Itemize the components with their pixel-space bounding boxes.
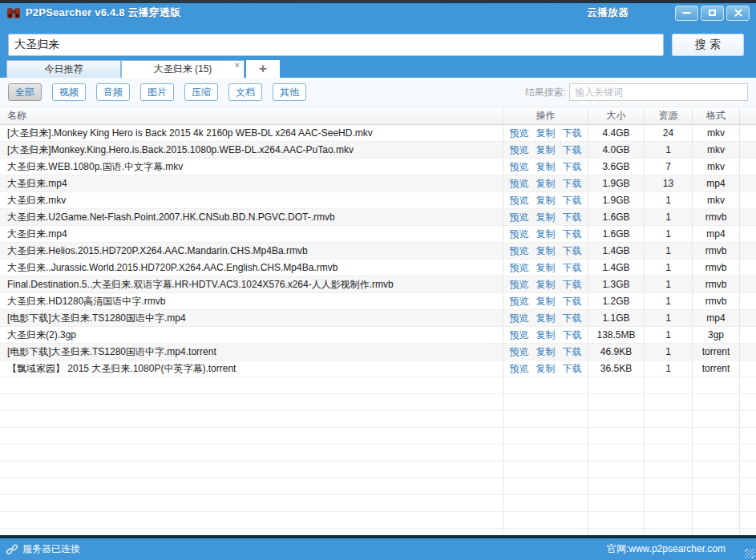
tab-today-recommend[interactable]: 今日推荐: [6, 60, 121, 78]
table-row[interactable]: 大圣归来.mp4 预览 复制 下载 1.6GB 1 mp4: [0, 226, 756, 243]
table-row[interactable]: Final.Destination.5..大圣归来.双语字幕.HR-HDTV.A…: [0, 276, 756, 293]
preview-link[interactable]: 预览: [510, 345, 529, 359]
table-row[interactable]: [大圣归来].Monkey King Hero is Back 2015 4k …: [0, 125, 756, 142]
copy-link[interactable]: 复制: [536, 278, 556, 292]
copy-link[interactable]: 复制: [536, 312, 556, 325]
copy-link[interactable]: 复制: [536, 345, 556, 359]
copy-link[interactable]: 复制: [536, 127, 556, 140]
table-row[interactable]: 大圣归来.Helios.2015.HD720P.X264.AAC.Mandari…: [0, 243, 756, 260]
download-link[interactable]: 下载: [563, 244, 582, 258]
download-link[interactable]: 下载: [563, 312, 582, 325]
preview-link[interactable]: 预览: [510, 362, 529, 376]
row-actions: 预览 复制 下载: [503, 226, 588, 242]
file-name: 大圣归来.HD1280高清国语中字.rmvb: [0, 293, 503, 309]
download-link[interactable]: 下载: [563, 362, 582, 376]
preview-link[interactable]: 预览: [510, 211, 529, 224]
column-header-size[interactable]: 大小: [588, 107, 644, 124]
row-actions: [503, 377, 588, 393]
copy-link[interactable]: 复制: [536, 177, 556, 191]
row-actions: 预览 复制 下载: [503, 175, 588, 191]
search-button[interactable]: 搜 索: [672, 34, 744, 56]
copy-link[interactable]: 复制: [536, 194, 556, 207]
resize-grip[interactable]: [745, 549, 754, 558]
preview-link[interactable]: 预览: [510, 228, 529, 241]
column-header-name[interactable]: 名称: [0, 107, 503, 124]
preview-link[interactable]: 预览: [510, 244, 529, 258]
result-search-input[interactable]: [569, 83, 748, 101]
download-link[interactable]: 下载: [563, 278, 582, 292]
row-actions: [503, 461, 588, 477]
file-name: [0, 377, 503, 393]
copy-link[interactable]: 复制: [536, 295, 556, 308]
preview-link[interactable]: 预览: [510, 295, 529, 308]
download-link[interactable]: 下载: [563, 177, 582, 191]
download-link[interactable]: 下载: [563, 295, 582, 308]
table-row[interactable]: 大圣归来.HD1280高清国语中字.rmvb 预览 复制 下载 1.2GB 1 …: [0, 293, 756, 310]
row-actions: 预览 复制 下载: [503, 310, 588, 326]
filter-archive-button[interactable]: 压缩: [184, 83, 218, 101]
preview-link[interactable]: 预览: [510, 278, 529, 292]
download-link[interactable]: 下载: [563, 143, 582, 157]
minimize-button[interactable]: [675, 6, 698, 21]
file-seeds: 1: [644, 361, 692, 377]
download-link[interactable]: 下载: [563, 345, 582, 359]
table-row[interactable]: [电影下载]大圣归来.TS1280国语中字.mp4.torrent 预览 复制 …: [0, 344, 756, 361]
table-row[interactable]: 【飘域家园】 2015 大圣归来.1080P(中英字幕).torrent 预览 …: [0, 361, 756, 377]
row-extra: [739, 445, 756, 461]
table-row[interactable]: 大圣归来.mkv 预览 复制 下载 1.9GB 1 mkv: [0, 192, 756, 209]
column-header-seeds[interactable]: 资源: [644, 107, 692, 124]
preview-link[interactable]: 预览: [510, 194, 529, 207]
download-link[interactable]: 下载: [563, 261, 582, 275]
copy-link[interactable]: 复制: [536, 362, 556, 376]
preview-link[interactable]: 预览: [510, 160, 529, 174]
download-link[interactable]: 下载: [563, 194, 582, 207]
table-row[interactable]: 大圣归来.mp4 预览 复制 下载 1.9GB 13 mp4: [0, 175, 756, 192]
table-row[interactable]: 大圣归来.U2Game.Net-Flash.Point.2007.HK.CNSu…: [0, 209, 756, 226]
download-link[interactable]: 下载: [563, 160, 582, 174]
copy-link[interactable]: 复制: [536, 211, 556, 224]
table-row[interactable]: [电影下载]大圣归来.TS1280国语中字.mp4 预览 复制 下载 1.1GB…: [0, 310, 756, 327]
copy-link[interactable]: 复制: [536, 244, 556, 258]
file-format: rmvb: [692, 209, 739, 225]
table-row[interactable]: 大圣归来(2).3gp 预览 复制 下载 138.5MB 1 3gp: [0, 327, 756, 344]
close-button[interactable]: [726, 6, 750, 21]
file-name: 【飘域家园】 2015 大圣归来.1080P(中英字幕).torrent: [0, 361, 503, 377]
file-seeds: 1: [644, 260, 692, 276]
preview-link[interactable]: 预览: [510, 328, 529, 342]
filter-video-button[interactable]: 视频: [52, 83, 86, 101]
preview-link[interactable]: 预览: [510, 143, 529, 157]
download-link[interactable]: 下载: [563, 211, 582, 224]
column-header-format[interactable]: 格式: [692, 107, 739, 124]
copy-link[interactable]: 复制: [536, 160, 556, 174]
new-tab-button[interactable]: +: [246, 60, 280, 78]
download-link[interactable]: 下载: [563, 228, 582, 241]
copy-link[interactable]: 复制: [536, 143, 556, 157]
filter-other-button[interactable]: 其他: [273, 83, 306, 101]
filter-audio-button[interactable]: 音频: [96, 83, 130, 101]
preview-link[interactable]: 预览: [510, 261, 529, 275]
download-link[interactable]: 下载: [563, 328, 582, 342]
column-header-action[interactable]: 操作: [503, 107, 588, 124]
preview-link[interactable]: 预览: [510, 127, 529, 140]
file-seeds: [644, 529, 692, 535]
preview-link[interactable]: 预览: [510, 312, 529, 325]
copy-link[interactable]: 复制: [536, 328, 556, 342]
tab-search-result[interactable]: 大圣归来 (15) ×: [121, 60, 245, 78]
filter-image-button[interactable]: 图片: [140, 83, 174, 101]
download-link[interactable]: 下载: [563, 127, 582, 140]
table-row[interactable]: 大圣归来..Jurassic.World.2015.HD720P.X264.AA…: [0, 260, 756, 276]
file-size: [588, 411, 644, 427]
copy-link[interactable]: 复制: [536, 228, 556, 241]
search-input[interactable]: [8, 34, 664, 56]
maximize-button[interactable]: [701, 6, 724, 21]
table-row[interactable]: 大圣归来.WEB.1080p.国语.中文字幕.mkv 预览 复制 下载 3.6G…: [0, 159, 756, 175]
tab-close-icon[interactable]: ×: [235, 61, 240, 70]
file-format: rmvb: [692, 276, 739, 292]
file-name: 大圣归来.mkv: [0, 192, 503, 208]
preview-link[interactable]: 预览: [510, 177, 529, 191]
filter-all-button[interactable]: 全部: [8, 83, 42, 101]
cloud-player-link[interactable]: 云播放器: [587, 6, 629, 20]
copy-link[interactable]: 复制: [536, 261, 556, 275]
filter-document-button[interactable]: 文档: [228, 83, 262, 101]
table-row[interactable]: [大圣归来]Monkey.King.Hero.is.Back.2015.1080…: [0, 142, 756, 159]
